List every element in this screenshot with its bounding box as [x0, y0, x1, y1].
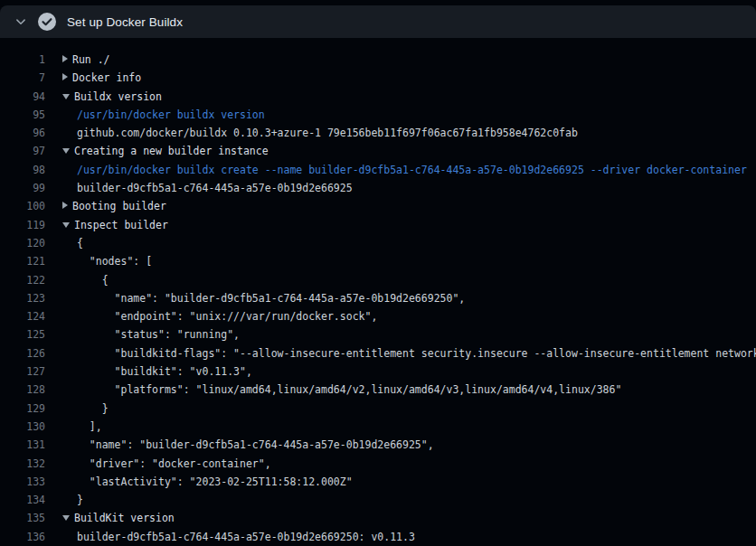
log-text: BuildKit version [74, 512, 175, 524]
log-line: 124 "endpoint": "unix:///var/run/docker.… [0, 307, 756, 325]
log-text: "driver": "docker-container", [77, 457, 271, 470]
log-group-toggle[interactable]: Booting builder [60, 197, 756, 215]
triangle-right-icon[interactable] [62, 202, 68, 209]
log-line: 120{ [0, 234, 756, 252]
log-text: "nodes": [ [77, 255, 152, 268]
log-text: Booting builder [72, 200, 166, 212]
log-content: /usr/bin/docker buildx version [60, 106, 756, 124]
line-number-link[interactable]: 132 [0, 455, 45, 473]
log-line: 130 ], [0, 418, 756, 436]
log-content: "buildkitd-flags": "--allow-insecure-ent… [60, 344, 756, 362]
step-header[interactable]: Set up Docker Buildx [0, 5, 756, 38]
log-line: 122 { [0, 271, 756, 289]
line-number-link[interactable]: 120 [0, 234, 45, 252]
log-group-toggle[interactable]: Buildx version [60, 88, 756, 106]
log-text: Docker info [72, 71, 141, 84]
log-text: builder-d9cfb5a1-c764-445a-a57e-0b19d2e6… [77, 182, 353, 194]
log-group-toggle[interactable]: Inspect builder [60, 216, 756, 234]
triangle-right-icon[interactable] [62, 73, 68, 80]
status-check-circle-icon [38, 13, 56, 31]
line-number-link[interactable]: 127 [0, 362, 45, 381]
triangle-right-icon[interactable] [62, 55, 68, 62]
log-group-toggle[interactable]: BuildKit version [60, 509, 756, 527]
line-number-link[interactable]: 96 [0, 124, 45, 142]
log-line: 100Booting builder [0, 197, 756, 215]
log-content: "endpoint": "unix:///var/run/docker.sock… [60, 307, 756, 325]
line-number-link[interactable]: 128 [0, 381, 45, 399]
log-content: { [60, 234, 756, 252]
log-content: builder-d9cfb5a1-c764-445a-a57e-0b19d2e6… [60, 179, 756, 197]
log-content: "platforms": "linux/amd64,linux/amd64/v2… [60, 381, 756, 399]
log-text: { [77, 274, 109, 287]
log-line: 126 "buildkitd-flags": "--allow-insecure… [0, 344, 756, 362]
line-number-link[interactable]: 122 [0, 271, 45, 289]
log-line: 136builder-d9cfb5a1-c764-445a-a57e-0b19d… [0, 528, 756, 546]
line-number-link[interactable]: 94 [0, 88, 45, 106]
log-group-toggle[interactable]: Docker info [60, 69, 756, 87]
line-number-link[interactable]: 98 [0, 161, 45, 179]
line-number-link[interactable]: 95 [0, 106, 45, 124]
line-number-link[interactable]: 97 [0, 142, 45, 160]
log-content: "nodes": [ [60, 252, 756, 270]
log-line: 97Creating a new builder instance [0, 142, 756, 160]
line-number-link[interactable]: 126 [0, 344, 45, 362]
line-number-link[interactable]: 7 [0, 69, 45, 87]
workflow-log-viewer: Set up Docker Buildx 1Run ./7Docker info… [0, 5, 756, 546]
triangle-down-icon[interactable] [62, 94, 70, 99]
triangle-down-icon[interactable] [62, 515, 70, 521]
log-line: 94Buildx version [0, 88, 756, 106]
line-number-link[interactable]: 121 [0, 252, 45, 270]
log-text: "name": "builder-d9cfb5a1-c764-445a-a57e… [77, 292, 465, 305]
log-text: "name": "builder-d9cfb5a1-c764-445a-a57e… [77, 438, 434, 451]
line-number-link[interactable]: 129 [0, 400, 45, 418]
log-content: github.com/docker/buildx 0.10.3+azure-1 … [60, 124, 756, 142]
log-line: 119Inspect builder [0, 216, 756, 234]
log-text: /usr/bin/docker buildx create --name bui… [77, 164, 747, 176]
log-content: "name": "builder-d9cfb5a1-c764-445a-a57e… [60, 436, 756, 454]
log-line: 135BuildKit version [0, 509, 756, 527]
line-number-link[interactable]: 131 [0, 436, 45, 454]
log-area: 1Run ./7Docker info94Buildx version95/us… [0, 38, 756, 546]
line-number-link[interactable]: 136 [0, 528, 45, 546]
line-number-link[interactable]: 1 [0, 51, 45, 69]
log-text: Inspect builder [74, 219, 168, 231]
line-number-link[interactable]: 130 [0, 418, 45, 436]
line-number-link[interactable]: 99 [0, 179, 45, 197]
line-number-link[interactable]: 135 [0, 509, 45, 527]
log-content: "driver": "docker-container", [60, 455, 756, 473]
log-text: } [77, 494, 83, 506]
chevron-down-icon[interactable] [14, 15, 27, 28]
log-line: 128 "platforms": "linux/amd64,linux/amd6… [0, 381, 756, 399]
log-line: 7Docker info [0, 69, 756, 87]
triangle-down-icon[interactable] [62, 222, 70, 228]
log-text: Run ./ [72, 53, 110, 66]
step-title: Set up Docker Buildx [67, 15, 183, 29]
log-text: "buildkitd-flags": "--allow-insecure-ent… [77, 347, 756, 360]
triangle-down-icon[interactable] [62, 148, 70, 154]
log-text: "platforms": "linux/amd64,linux/amd64/v2… [77, 383, 621, 396]
log-text: Buildx version [74, 90, 162, 103]
log-text: ], [77, 420, 102, 433]
line-number-link[interactable]: 100 [0, 197, 45, 215]
log-line: 129 } [0, 400, 756, 418]
log-group-toggle[interactable]: Run ./ [60, 51, 756, 69]
log-line: 133 "lastActivity": "2023-02-25T11:58:12… [0, 473, 756, 491]
log-line: 95/usr/bin/docker buildx version [0, 106, 756, 124]
line-number-link[interactable]: 134 [0, 491, 45, 509]
log-group-toggle[interactable]: Creating a new builder instance [60, 142, 756, 160]
log-content: } [60, 400, 756, 418]
line-number-link[interactable]: 133 [0, 473, 45, 491]
log-content: "buildkit": "v0.11.3", [60, 362, 756, 381]
line-number-link[interactable]: 124 [0, 307, 45, 325]
log-line: 99builder-d9cfb5a1-c764-445a-a57e-0b19d2… [0, 179, 756, 197]
line-number-link[interactable]: 123 [0, 289, 45, 307]
log-text: } [77, 402, 109, 415]
line-number-link[interactable]: 119 [0, 216, 45, 234]
log-line: 132 "driver": "docker-container", [0, 455, 756, 473]
log-line: 1Run ./ [0, 51, 756, 69]
log-text: "buildkit": "v0.11.3", [77, 365, 252, 378]
log-content: /usr/bin/docker buildx create --name bui… [60, 161, 756, 179]
log-line: 123 "name": "builder-d9cfb5a1-c764-445a-… [0, 289, 756, 307]
log-content: } [60, 491, 756, 509]
line-number-link[interactable]: 125 [0, 325, 45, 344]
